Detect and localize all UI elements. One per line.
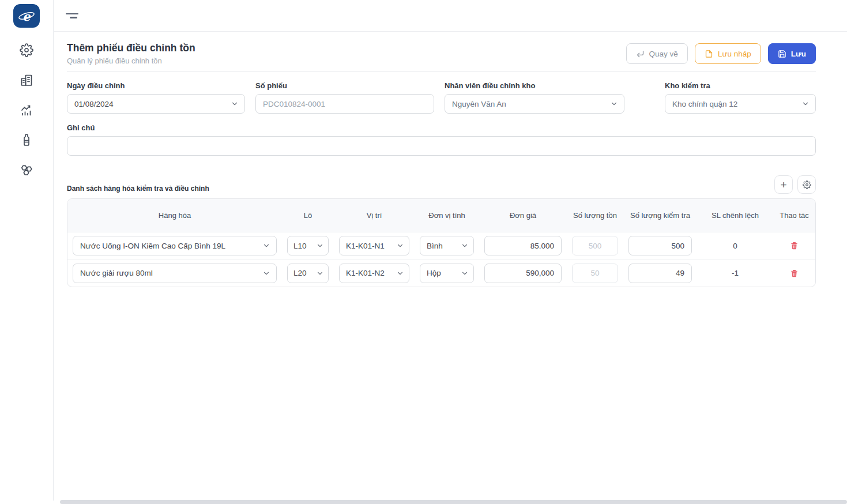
product-select[interactable]: Nước giải rượu 80ml: [73, 264, 277, 283]
save-button-label: Lưu: [791, 50, 806, 58]
adjust-employee-label: Nhân viên điều chỉnh kho: [445, 81, 624, 90]
gear-icon: [803, 180, 811, 189]
building-icon: [20, 73, 33, 87]
menu-toggle-icon[interactable]: [66, 13, 78, 18]
lot-select[interactable]: L20: [287, 264, 329, 283]
checked-qty-input[interactable]: [628, 264, 692, 283]
hexagons-icon: [20, 163, 33, 177]
header-actions: Quay về Lưu nháp Lưu: [626, 43, 816, 64]
main-content: Thêm phiếu điều chỉnh tồn Quản lý phiếu …: [54, 32, 847, 287]
col-header-product: Hàng hóa: [67, 210, 282, 221]
items-table: Hàng hóa Lô Vị trí Đơn vị tính Đơn giá S…: [67, 198, 816, 287]
planet-e-logo-icon: e: [17, 7, 36, 25]
bottle-icon: [20, 133, 33, 147]
check-warehouse-label: Kho kiểm tra: [665, 81, 816, 90]
chevron-down-icon: [231, 100, 239, 108]
ticket-number-input[interactable]: [255, 94, 434, 114]
trash-icon: [790, 241, 799, 250]
table-row: Nước Uống I-ON Kiềm Cao Cấp Bình 19L L10…: [67, 232, 815, 259]
chevron-down-icon: [461, 269, 469, 277]
field-check-warehouse: Kho kiểm tra Kho chính quận 12: [665, 81, 816, 114]
sidebar-item-products[interactable]: [19, 133, 34, 148]
save-button[interactable]: Lưu: [768, 43, 816, 64]
back-button[interactable]: Quay về: [626, 43, 688, 64]
price-input[interactable]: [484, 236, 562, 255]
chevron-down-icon: [396, 269, 404, 277]
col-header-location: Vị trí: [334, 210, 415, 221]
sidebar-item-settings[interactable]: [19, 43, 34, 58]
adjust-date-select[interactable]: 01/08/2024: [67, 94, 245, 114]
chevron-down-icon: [801, 100, 810, 108]
save-draft-button[interactable]: Lưu nháp: [695, 43, 761, 64]
sidebar-item-reports[interactable]: [19, 103, 34, 118]
topbar: [54, 0, 847, 32]
diff-qty-value: -1: [697, 269, 773, 277]
save-icon: [778, 50, 786, 58]
svg-text:e: e: [22, 9, 31, 23]
diff-qty-value: 0: [697, 242, 773, 250]
col-header-checked-qty: Số lượng kiểm tra: [623, 210, 697, 221]
chart-icon: [20, 103, 33, 117]
add-row-button[interactable]: +: [774, 175, 793, 194]
chevron-down-icon: [262, 242, 270, 250]
col-header-unit: Đơn vị tính: [415, 210, 479, 221]
field-ticket-number: Số phiếu: [255, 81, 434, 114]
page-subtitle: Quản lý phiếu điều chỉnh tồn: [67, 57, 195, 65]
unit-select[interactable]: Hộp: [420, 264, 474, 283]
col-header-lot: Lô: [282, 210, 334, 221]
trash-icon: [790, 269, 799, 278]
table-body: Nước Uống I-ON Kiềm Cao Cấp Bình 19L L10…: [67, 232, 815, 287]
form-row: Ngày điều chỉnh 01/08/2024 Số phiếu Nhân…: [67, 81, 816, 114]
location-select[interactable]: K1-K01-N1: [339, 236, 409, 255]
field-adjust-employee: Nhân viên điều chỉnh kho Nguyên Văn An: [445, 81, 624, 114]
col-header-stock-qty: Số lượng tồn: [567, 210, 623, 221]
chevron-down-icon: [461, 242, 469, 250]
items-table-section: Danh sách hàng hóa kiểm tra và điều chỉn…: [67, 175, 816, 287]
page-title: Thêm phiếu điều chỉnh tồn: [67, 42, 195, 54]
table-row: Nước giải rượu 80ml L20 K1-K01-N2 Hộp: [67, 259, 815, 287]
check-warehouse-select[interactable]: Kho chính quận 12: [665, 94, 816, 114]
field-note: Ghi chú: [67, 123, 816, 156]
stock-qty-input: [572, 264, 618, 283]
col-header-actions: Thao tác: [773, 210, 815, 221]
app-logo[interactable]: e: [13, 4, 40, 28]
note-label: Ghi chú: [67, 123, 816, 132]
price-input[interactable]: [484, 264, 562, 283]
page-header: Thêm phiếu điều chỉnh tồn Quản lý phiếu …: [67, 42, 816, 72]
sidebar-nav: [19, 43, 34, 178]
sidebar: e: [0, 0, 54, 501]
sidebar-item-company[interactable]: [19, 73, 34, 88]
product-select[interactable]: Nước Uống I-ON Kiềm Cao Cấp Bình 19L: [73, 236, 277, 255]
lot-select[interactable]: L10: [287, 236, 329, 255]
chevron-down-icon: [316, 242, 324, 250]
note-input[interactable]: [67, 136, 816, 156]
note-icon: [705, 50, 713, 58]
col-header-price: Đơn giá: [479, 210, 567, 221]
back-button-label: Quay về: [649, 50, 678, 58]
unit-select[interactable]: Bình: [420, 236, 474, 255]
save-draft-button-label: Lưu nháp: [718, 50, 751, 58]
ticket-number-label: Số phiếu: [255, 81, 434, 90]
table-section-head: Danh sách hàng hóa kiểm tra và điều chỉn…: [67, 175, 816, 194]
return-icon: [636, 50, 645, 58]
col-header-diff-qty: SL chênh lệch: [697, 210, 773, 221]
checked-qty-input[interactable]: [628, 236, 692, 255]
chevron-down-icon: [262, 269, 270, 277]
table-section-label: Danh sách hàng hóa kiểm tra và điều chỉn…: [67, 185, 209, 194]
adjust-employee-select[interactable]: Nguyên Văn An: [445, 94, 624, 114]
field-adjust-date: Ngày điều chỉnh 01/08/2024: [67, 81, 245, 114]
chevron-down-icon: [396, 242, 404, 250]
chevron-down-icon: [316, 269, 324, 277]
sidebar-item-categories[interactable]: [19, 163, 34, 178]
delete-row-button[interactable]: [789, 268, 800, 279]
gear-icon: [20, 43, 33, 57]
table-settings-button[interactable]: [797, 175, 816, 194]
table-header-row: Hàng hóa Lô Vị trí Đơn vị tính Đơn giá S…: [67, 199, 815, 232]
table-tools: +: [774, 175, 816, 194]
adjust-date-label: Ngày điều chỉnh: [67, 81, 245, 90]
location-select[interactable]: K1-K01-N2: [339, 264, 409, 283]
horizontal-scrollbar[interactable]: [60, 500, 847, 504]
stock-qty-input: [572, 236, 618, 255]
delete-row-button[interactable]: [789, 240, 800, 251]
chevron-down-icon: [610, 100, 618, 108]
